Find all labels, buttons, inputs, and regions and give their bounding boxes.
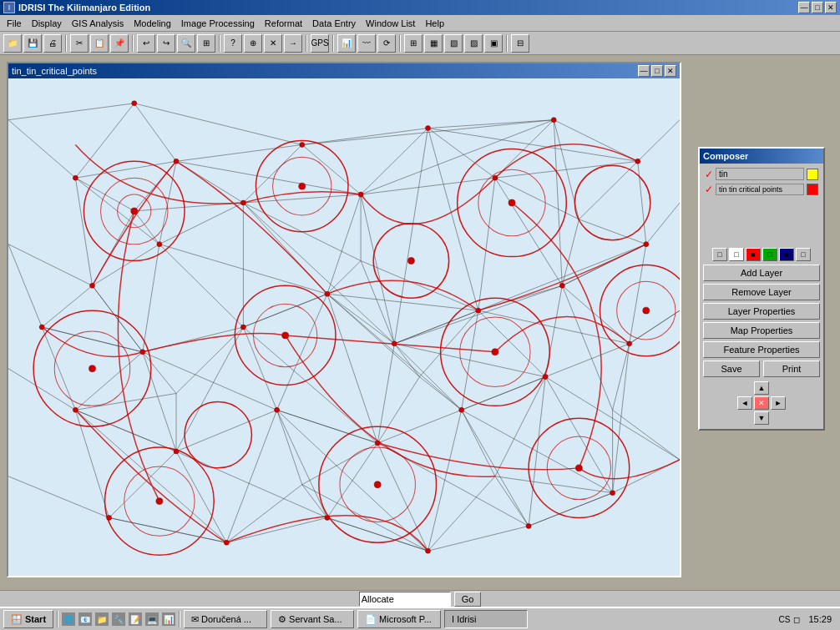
svg-point-214 <box>526 523 531 528</box>
nav-row-middle: ◄ ✕ ► <box>737 396 786 410</box>
allocate-input[interactable] <box>359 592 451 607</box>
toolbar-btn-19[interactable]: ▦ <box>424 34 443 53</box>
taskbar-btn-servant[interactable]: ⚙ Servant Sa... <box>271 610 354 628</box>
toolbar-btn-15[interactable]: 📊 <box>337 34 356 53</box>
menu-image-processing[interactable]: Image Processing <box>176 17 260 30</box>
toolbar-btn-10[interactable]: ⊞ <box>197 34 215 53</box>
taskbar: 🪟 Start 🌐 📧 📁 🔧 📝 💻 📊 ✉ Doručená ... ⚙ S… <box>0 607 840 630</box>
layer-color-critical[interactable] <box>807 184 818 195</box>
toolbar-btn-6[interactable]: 📌 <box>110 34 129 53</box>
layer-check-critical[interactable]: ✓ <box>705 184 713 195</box>
svg-point-226 <box>374 481 381 488</box>
taskbar-btn-email[interactable]: ✉ Doručená ... <box>184 610 267 628</box>
tin-visualization <box>8 78 680 576</box>
toolbar-btn-11[interactable]: ? <box>224 34 242 53</box>
toolbar-btn-1[interactable]: 📁 <box>3 34 22 53</box>
layer-properties-button[interactable]: Layer Properties <box>703 303 820 320</box>
composer-color-btn-3[interactable]: ■ <box>746 248 761 261</box>
taskbar-icon-4[interactable]: 🔧 <box>112 612 125 626</box>
toolbar-btn-9[interactable]: 🔍 <box>177 34 195 53</box>
feature-properties-button[interactable]: Feature Properties <box>703 341 820 358</box>
toolbar-btn-20[interactable]: ▧ <box>444 34 463 53</box>
layer-name-critical[interactable]: tin tin critical points <box>716 184 804 195</box>
servant-icon: ⚙ <box>278 614 286 625</box>
map-properties-button[interactable]: Map Properties <box>703 322 820 339</box>
menu-data-entry[interactable]: Data Entry <box>307 17 361 30</box>
toolbar-btn-7[interactable]: ↩ <box>137 34 155 53</box>
composer-color-btn-2[interactable]: □ <box>729 248 744 261</box>
system-clock: 15:29 <box>803 614 837 624</box>
taskbar-btn-idrisi[interactable]: I Idrisi <box>444 610 528 628</box>
remove-layer-button[interactable]: Remove Layer <box>703 284 820 300</box>
composer-color-btn-4[interactable]: □ <box>762 248 777 261</box>
map-close-button[interactable]: ✕ <box>665 65 676 77</box>
toolbar-btn-3[interactable]: 🖨 <box>43 34 62 53</box>
tray-icon-cs: CS <box>779 615 791 624</box>
allocate-button[interactable]: Go <box>454 592 482 607</box>
composer-color-btn-5[interactable]: ■ <box>779 248 794 261</box>
menu-gis-analysis[interactable]: GIS Analysis <box>67 17 129 30</box>
idrisi-label: Idrisi <box>457 614 476 624</box>
menu-modeling[interactable]: Modeling <box>129 17 176 30</box>
menu-bar: File Display GIS Analysis Modeling Image… <box>0 15 840 32</box>
save-button[interactable]: Save <box>703 360 760 377</box>
taskbar-btn-microsoft[interactable]: 📄 Microsoft P... <box>357 610 441 628</box>
print-button[interactable]: Print <box>763 360 820 377</box>
toolbar-btn-14[interactable]: → <box>284 34 302 53</box>
toolbar-btn-18[interactable]: ⊞ <box>404 34 423 53</box>
toolbar-btn-8[interactable]: ↪ <box>157 34 175 53</box>
svg-point-207 <box>459 407 464 412</box>
save-print-row: Save Print <box>703 360 820 377</box>
taskbar-icon-2[interactable]: 📧 <box>78 612 92 626</box>
taskbar-icon-6[interactable]: 💻 <box>145 612 159 626</box>
toolbar-btn-12[interactable]: ⊕ <box>244 34 262 53</box>
toolbar-btn-4[interactable]: ✂ <box>70 34 89 53</box>
toolbar-btn-23[interactable]: ⊟ <box>511 34 529 53</box>
svg-point-197 <box>240 325 245 330</box>
app-icon: I <box>3 2 15 13</box>
toolbar-sep-6 <box>399 35 401 52</box>
toolbar-btn-2[interactable]: 💾 <box>23 34 42 53</box>
map-minimize-button[interactable]: — <box>638 65 650 77</box>
menu-display[interactable]: Display <box>27 17 67 30</box>
nav-right-button[interactable]: ► <box>771 396 786 410</box>
close-button[interactable]: ✕ <box>825 2 837 13</box>
add-layer-button[interactable]: Add Layer <box>703 265 820 281</box>
menu-help[interactable]: Help <box>420 17 449 30</box>
start-button[interactable]: 🪟 Start <box>3 610 53 628</box>
menu-file[interactable]: File <box>2 17 27 30</box>
nav-down-button[interactable]: ▼ <box>754 411 769 425</box>
maximize-button[interactable]: □ <box>812 2 823 13</box>
toolbar-btn-17[interactable]: ⟳ <box>377 34 396 53</box>
svg-point-221 <box>89 365 95 372</box>
taskbar-icon-7[interactable]: 📊 <box>162 612 175 626</box>
svg-point-202 <box>644 242 649 247</box>
toolbar-sep-4 <box>306 35 307 52</box>
menu-reformat[interactable]: Reformat <box>260 17 307 30</box>
layer-name-tin[interactable]: tin <box>716 168 804 180</box>
toolbar-btn-21[interactable]: ▨ <box>464 34 483 53</box>
nav-center-button[interactable]: ✕ <box>754 396 769 410</box>
layer-check-tin[interactable]: ✓ <box>705 169 713 180</box>
taskbar-icon-1[interactable]: 🌐 <box>62 612 75 626</box>
composer-color-btn-1[interactable]: □ <box>712 248 727 261</box>
start-icon: 🪟 <box>11 614 23 625</box>
minimize-button[interactable]: — <box>798 2 810 13</box>
menu-window-list[interactable]: Window List <box>361 17 420 30</box>
taskbar-icon-3[interactable]: 📁 <box>95 612 109 626</box>
taskbar-icon-5[interactable]: 📝 <box>129 612 142 626</box>
map-title-controls: — □ ✕ <box>638 65 676 77</box>
nav-left-button[interactable]: ◄ <box>737 396 752 410</box>
toolbar-btn-gps[interactable]: GPS <box>311 34 329 53</box>
composer-color-btn-6[interactable]: □ <box>796 248 811 261</box>
toolbar-btn-16[interactable]: 〰 <box>357 34 376 53</box>
composer-toolbar: □ □ ■ □ ■ □ <box>703 248 820 261</box>
svg-point-228 <box>407 258 414 265</box>
toolbar-btn-5[interactable]: 📋 <box>90 34 109 53</box>
toolbar-btn-22[interactable]: ▣ <box>484 34 503 53</box>
layer-color-tin[interactable] <box>807 169 818 180</box>
map-maximize-button[interactable]: □ <box>651 65 663 77</box>
nav-up-button[interactable]: ▲ <box>754 381 769 395</box>
toolbar-sep-7 <box>506 35 508 52</box>
toolbar-btn-13[interactable]: ✕ <box>264 34 282 53</box>
